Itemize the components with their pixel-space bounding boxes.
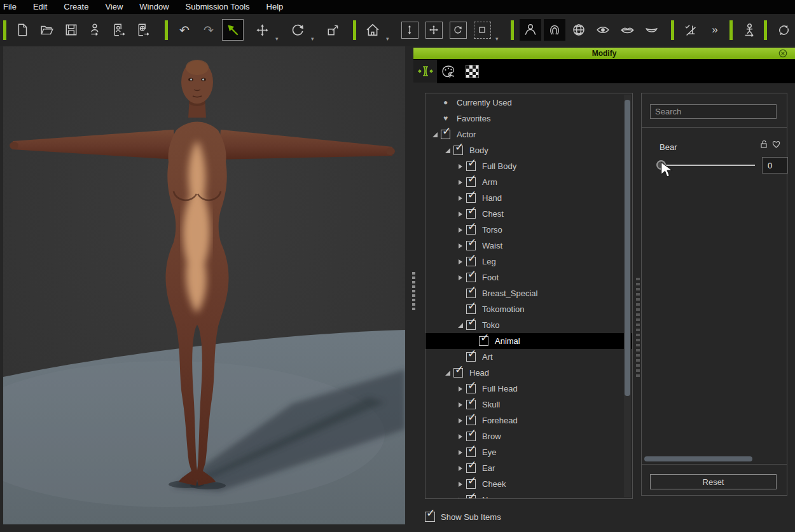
- params-hscrollbar[interactable]: [643, 456, 785, 462]
- tree-item-nose[interactable]: Nose: [425, 492, 632, 499]
- checkbox-icon[interactable]: [466, 463, 476, 473]
- collapsed-arrow-icon[interactable]: [456, 209, 466, 219]
- unlock-icon[interactable]: [760, 140, 768, 148]
- sync-view-button[interactable]: [773, 19, 794, 41]
- checkbox-icon[interactable]: [466, 209, 476, 219]
- frame-vertical-button[interactable]: [399, 19, 420, 41]
- menu-help[interactable]: Help: [258, 0, 292, 14]
- checkbox-icon[interactable]: [466, 225, 476, 235]
- collapsed-arrow-icon[interactable]: [456, 161, 466, 172]
- more-tools-button[interactable]: »: [704, 19, 726, 41]
- show-teeth-button[interactable]: [640, 19, 662, 41]
- expanded-arrow-icon[interactable]: [456, 320, 466, 331]
- tree-item-eye[interactable]: Eye: [425, 444, 632, 460]
- collapsed-arrow-icon[interactable]: [456, 273, 466, 283]
- modify-panel-titlebar[interactable]: Modify: [413, 48, 795, 59]
- checkbox-icon[interactable]: [466, 479, 476, 489]
- tree-item-waist[interactable]: Waist: [425, 238, 632, 254]
- expanded-arrow-icon[interactable]: [443, 368, 453, 378]
- checkbox-icon[interactable]: [453, 368, 463, 378]
- checkbox-icon[interactable]: [466, 193, 476, 203]
- tree-params-splitter[interactable]: [635, 278, 640, 383]
- collapsed-arrow-icon[interactable]: [456, 177, 466, 188]
- morph-value-input[interactable]: [762, 157, 788, 174]
- tree-item-chest[interactable]: Chest: [425, 206, 632, 222]
- checkbox-icon[interactable]: [466, 352, 476, 362]
- scale-tool-button[interactable]: [322, 19, 344, 41]
- tree-scrollbar-thumb[interactable]: [625, 100, 630, 396]
- checkbox-icon[interactable]: [466, 241, 476, 250]
- checkbox-icon[interactable]: [453, 146, 463, 155]
- collapsed-arrow-icon[interactable]: [456, 416, 466, 426]
- tab-morph[interactable]: [413, 60, 437, 83]
- collapsed-arrow-icon[interactable]: [456, 432, 466, 442]
- tree-item-foot[interactable]: Foot: [425, 269, 632, 285]
- move-tool-button[interactable]: [251, 19, 273, 41]
- expanded-arrow-icon[interactable]: [431, 130, 441, 140]
- checkbox-icon[interactable]: [466, 257, 476, 266]
- checkbox-icon[interactable]: [441, 130, 450, 139]
- checkbox-icon[interactable]: [466, 161, 476, 171]
- show-globe-button[interactable]: [568, 19, 590, 41]
- collapsed-arrow-icon[interactable]: [456, 384, 466, 394]
- rotate-tool-button[interactable]: [287, 19, 308, 41]
- move-character-button[interactable]: [738, 19, 760, 41]
- tree-item-breast-special[interactable]: Breast_Special: [425, 285, 632, 301]
- collapsed-arrow-icon[interactable]: [456, 495, 466, 500]
- show-body-toggle[interactable]: [520, 19, 541, 41]
- tree-item-skull[interactable]: Skull: [425, 397, 632, 413]
- frame-orbit-button[interactable]: [447, 19, 469, 41]
- search-input[interactable]: [650, 104, 777, 119]
- home-view-button[interactable]: [362, 19, 384, 41]
- collapsed-arrow-icon[interactable]: [456, 463, 466, 474]
- viewport-panel-splitter[interactable]: [411, 272, 416, 311]
- tab-texture[interactable]: [460, 60, 484, 83]
- tree-item-torso[interactable]: Torso: [425, 222, 632, 238]
- morph-slider-track[interactable]: [661, 165, 755, 166]
- collapsed-arrow-icon[interactable]: [456, 400, 466, 410]
- expanded-arrow-icon[interactable]: [443, 146, 453, 156]
- collapsed-arrow-icon[interactable]: [456, 479, 466, 489]
- export-character-button[interactable]: [109, 19, 130, 41]
- collapsed-arrow-icon[interactable]: [456, 241, 466, 251]
- menu-edit[interactable]: Edit: [25, 0, 55, 14]
- checkbox-icon[interactable]: [479, 336, 488, 346]
- collapsed-arrow-icon[interactable]: [456, 193, 466, 203]
- checkbox-icon[interactable]: [466, 273, 476, 282]
- undo-button[interactable]: ↶: [174, 19, 195, 41]
- tree-item-hand[interactable]: Hand: [425, 190, 632, 206]
- collapsed-arrow-icon[interactable]: [456, 447, 466, 458]
- checkbox-icon[interactable]: [466, 447, 476, 457]
- menu-submission-tools[interactable]: Submission Tools: [177, 0, 258, 14]
- frame-pan-button[interactable]: [423, 19, 445, 41]
- checkbox-icon[interactable]: [466, 432, 476, 441]
- tree-item-cheek[interactable]: Cheek: [425, 476, 632, 492]
- checkbox-icon[interactable]: [466, 177, 476, 187]
- checkbox-icon[interactable]: [466, 495, 476, 499]
- tree-item-full-head[interactable]: Full Head: [425, 381, 632, 397]
- checkbox-icon[interactable]: [466, 289, 476, 298]
- collapsed-arrow-icon[interactable]: [456, 257, 466, 267]
- tree-item-currently-used[interactable]: ●Currently Used: [425, 95, 632, 111]
- tree-item-arm[interactable]: Arm: [425, 174, 632, 190]
- select-tool-button[interactable]: [222, 19, 244, 41]
- redo-button[interactable]: ↷: [198, 19, 219, 41]
- tree-item-forehead[interactable]: Forehead: [425, 413, 632, 428]
- home-view-dropdown[interactable]: ▾: [386, 36, 391, 42]
- params-hscrollbar-thumb[interactable]: [644, 456, 752, 461]
- tree-item-head[interactable]: Head: [425, 365, 632, 381]
- show-sub-items-checkbox[interactable]: [425, 512, 435, 522]
- tree-item-tokomotion[interactable]: Tokomotion: [425, 301, 632, 317]
- tree-item-toko[interactable]: Toko: [425, 317, 632, 333]
- tree-scrollbar[interactable]: [624, 95, 631, 497]
- menu-view[interactable]: View: [97, 0, 131, 14]
- save-project-button[interactable]: [60, 19, 82, 41]
- rotate-tool-dropdown[interactable]: ▾: [311, 36, 316, 42]
- tree-item-body[interactable]: Body: [425, 142, 632, 158]
- viewport-3d[interactable]: [3, 46, 405, 524]
- checkbox-icon[interactable]: [466, 384, 476, 393]
- checkbox-icon[interactable]: [466, 304, 476, 314]
- favorite-heart-icon[interactable]: [772, 140, 780, 148]
- new-project-button[interactable]: [12, 19, 34, 41]
- show-head-toggle[interactable]: [544, 19, 565, 41]
